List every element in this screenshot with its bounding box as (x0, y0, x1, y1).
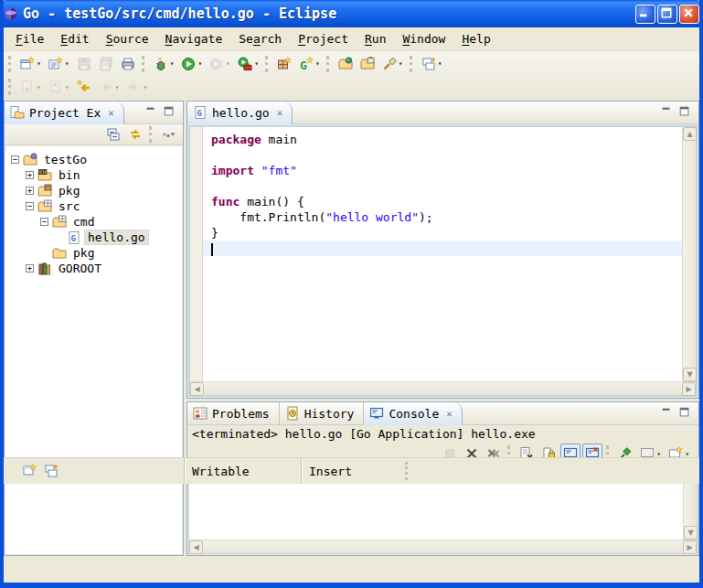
dropdown-arrow-icon[interactable]: ▾ (143, 83, 147, 91)
scroll-down-icon[interactable]: ▼ (684, 526, 698, 540)
collapse-icon[interactable]: − (11, 155, 19, 164)
status-trim-icons (4, 458, 184, 484)
link-editor-icon (128, 127, 143, 142)
dropdown-arrow-icon[interactable]: ▾ (315, 59, 320, 68)
minimize-view-button[interactable] (660, 407, 675, 420)
tree-item-pkg[interactable]: +pkg (5, 183, 182, 198)
expand-icon[interactable]: + (26, 187, 34, 195)
project-tree[interactable]: −testGo+010bin+pkg−src−cmdGhello.gopkg+G… (5, 146, 182, 554)
close-editor-icon[interactable]: ✕ (277, 107, 283, 119)
new-go-file-button[interactable]: G▾ (296, 54, 323, 74)
view-menu-button[interactable] (158, 124, 178, 144)
minimize-view-button[interactable] (144, 106, 159, 119)
tree-item-goroot[interactable]: +GOROOT (5, 261, 182, 276)
minimize-button[interactable] (635, 5, 655, 24)
print-icon (121, 57, 135, 71)
new-go-package-button[interactable] (274, 54, 294, 74)
new-wizard-button[interactable]: ▾ (17, 54, 44, 74)
dropdown-arrow-icon[interactable]: ▾ (115, 83, 120, 91)
tree-item-pkg[interactable]: pkg (5, 245, 182, 261)
project-explorer-tab[interactable]: Project Ex ✕ (5, 102, 124, 124)
code-area[interactable]: package mainimport "fmt"func main() { fm… (203, 127, 682, 381)
eclipse-logo-icon (4, 6, 18, 21)
close-tab-icon[interactable]: ✕ (446, 408, 453, 420)
scroll-left-icon[interactable]: ◀ (190, 382, 204, 396)
back-button[interactable]: ▾ (96, 77, 122, 97)
dropdown-arrow-icon[interactable]: ▾ (226, 59, 230, 68)
next-annotation-button[interactable]: ▾ (17, 77, 44, 97)
open-plugin-artifact-button[interactable] (336, 54, 356, 74)
tab-problems[interactable]: Problems (187, 402, 280, 425)
fast-view-button[interactable] (19, 461, 39, 481)
window-close-icon (682, 6, 697, 21)
close-button[interactable] (679, 5, 699, 24)
collapse-all-button[interactable] (103, 124, 123, 144)
maximize-view-button[interactable] (678, 407, 693, 420)
dropdown-arrow-icon[interactable]: ▾ (399, 59, 403, 68)
scroll-right-icon[interactable]: ▶ (683, 540, 697, 554)
last-edit-location-button[interactable] (74, 77, 94, 97)
show-view-shortcut-button[interactable] (41, 461, 61, 481)
expand-icon[interactable]: + (26, 264, 34, 273)
collapse-icon[interactable]: − (26, 202, 34, 210)
expand-icon[interactable]: + (26, 171, 34, 179)
title-bar[interactable]: Go - testGo/src/cmd/hello.go - Eclipse (0, 0, 703, 27)
tree-item-bin[interactable]: +010bin (5, 167, 182, 183)
open-resource-button[interactable] (357, 54, 378, 74)
save-icon (77, 57, 91, 71)
tree-item-hello-go[interactable]: Ghello.go (5, 230, 182, 245)
collapse-icon[interactable]: − (40, 218, 48, 226)
external-tools-button[interactable]: ▾ (235, 54, 261, 74)
switch-editor-button[interactable]: ▾ (419, 54, 445, 74)
forward-button[interactable]: ▾ (123, 77, 150, 97)
dropdown-arrow-icon[interactable]: ▾ (254, 59, 259, 68)
editor-vertical-scrollbar[interactable]: ▲ ▼ (682, 127, 696, 381)
tree-item-src[interactable]: −src (5, 198, 182, 214)
dropdown-arrow-icon[interactable]: ▾ (170, 59, 175, 68)
dropdown-arrow-icon[interactable]: ▾ (197, 59, 202, 68)
menu-file[interactable]: File (7, 30, 52, 48)
tab-history[interactable]: History (280, 402, 365, 425)
menu-window[interactable]: Window (394, 30, 453, 48)
link-with-editor-button[interactable] (125, 124, 145, 144)
console-horizontal-scrollbar[interactable]: ◀ ▶ (189, 540, 697, 553)
menu-run[interactable]: Run (357, 30, 394, 48)
dropdown-arrow-icon[interactable]: ▾ (37, 83, 41, 91)
maximize-editor-button[interactable] (678, 106, 693, 119)
save-button[interactable] (74, 54, 94, 74)
scroll-left-icon[interactable]: ◀ (189, 540, 203, 554)
src-folder-icon (37, 199, 52, 214)
dropdown-arrow-icon[interactable]: ▾ (37, 59, 41, 68)
maximize-view-button[interactable] (163, 106, 177, 119)
editor-horizontal-scrollbar[interactable]: ◀ ▶ (190, 381, 696, 395)
dropdown-arrow-icon[interactable]: ▾ (65, 83, 69, 91)
print-button[interactable] (118, 54, 138, 74)
menu-search[interactable]: Search (230, 30, 290, 48)
search-button[interactable]: ▾ (379, 54, 406, 74)
tab-console[interactable]: Console✕ (364, 402, 462, 425)
tree-item-testgo[interactable]: −testGo (5, 152, 182, 167)
scroll-up-icon[interactable]: ▲ (683, 127, 697, 141)
maximize-button[interactable] (657, 5, 677, 24)
editor-tab-hello-go[interactable]: G hello.go ✕ (187, 102, 293, 124)
tree-item-cmd[interactable]: −cmd (5, 214, 182, 230)
menu-project[interactable]: Project (290, 30, 357, 48)
run-history-button[interactable]: ▾ (207, 54, 233, 74)
debug-button[interactable]: ▾ (151, 54, 177, 74)
editor-tab-bar: G hello.go ✕ (187, 102, 698, 124)
save-all-button[interactable] (96, 54, 116, 74)
scroll-right-icon[interactable]: ▶ (682, 382, 696, 396)
previous-annotation-button[interactable]: ▾ (46, 77, 72, 97)
run-button[interactable]: ▾ (178, 54, 205, 74)
dropdown-arrow-icon[interactable]: ▾ (65, 59, 69, 68)
menu-source[interactable]: Source (98, 30, 157, 48)
close-tab-icon[interactable]: ✕ (108, 107, 114, 119)
new-project-button[interactable]: ▾ (46, 54, 72, 74)
menu-navigate[interactable]: Navigate (157, 30, 231, 48)
project-explorer-view: Project Ex ✕ −testGo+010bin+pkg−src−cmdG… (4, 101, 184, 556)
dropdown-arrow-icon[interactable]: ▾ (438, 59, 442, 68)
scroll-down-icon[interactable]: ▼ (683, 368, 697, 381)
menu-help[interactable]: Help (453, 30, 498, 48)
menu-edit[interactable]: Edit (52, 30, 97, 48)
minimize-editor-button[interactable] (660, 106, 675, 119)
